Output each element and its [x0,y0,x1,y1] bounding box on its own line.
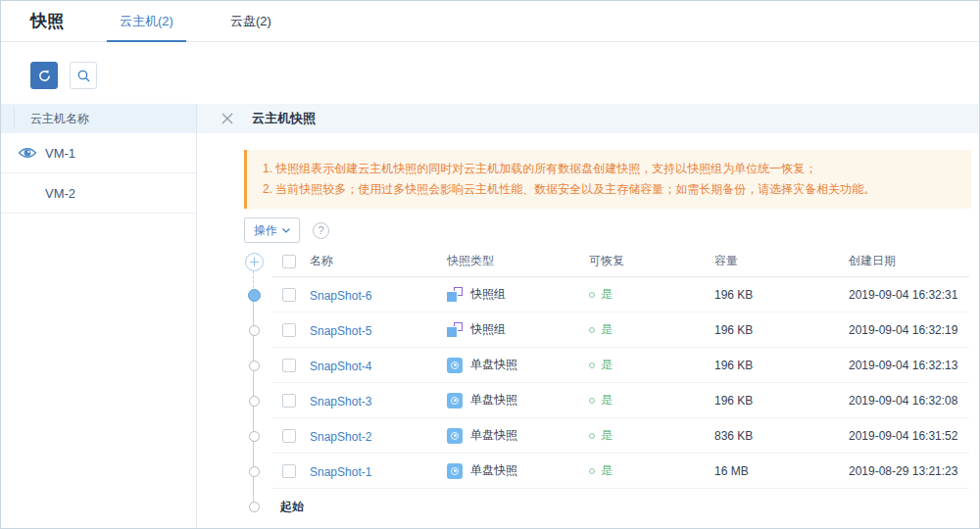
table-row: SnapShot-5 快照组 是 196 KB 2019-09-04 16:32… [236,313,969,348]
recoverable-status-icon [589,433,595,439]
snapshot-type-label: 快照组 [470,286,506,303]
close-icon[interactable] [220,112,234,125]
table-row: SnapShot-6 快照组 是 196 KB 2019-09-04 16:32… [236,277,969,313]
recoverable-status-icon [589,292,595,298]
table-row: SnapShot-1 单盘快照 是 16 MB 2019-08-29 13:21… [236,454,969,489]
created-value: 2019-09-04 16:31:52 [849,429,969,443]
single-disk-snapshot-icon [447,428,463,444]
snapshot-table: 名称 快照类型 可恢复 容量 创建日期 SnapShot-6 快照组 是 [236,246,969,524]
operations-menu-button[interactable]: 操作 [244,217,300,243]
recoverable-label: 是 [601,392,612,409]
row-checkbox[interactable] [282,464,296,478]
timeline-dot [249,396,260,407]
vm-item-label: VM-2 [45,186,75,201]
row-checkbox[interactable] [282,288,296,302]
snapshot-name-link[interactable]: SnapShot-6 [310,289,371,303]
refresh-button[interactable] [30,62,58,89]
panel-header: 云主机快照 [197,104,979,133]
chevron-down-icon [282,228,290,233]
vm-sidebar: 云主机名称 VM-1 VM-2 [1,104,197,528]
size-value: 16 MB [714,464,849,478]
sidebar-header-label: 云主机名称 [30,111,89,127]
recoverable-label: 是 [601,462,612,479]
snapshot-type-label: 单盘快照 [470,357,517,373]
origin-row: 起始 [236,489,969,524]
column-header-name: 名称 [310,253,447,269]
size-value: 836 KB [714,429,849,443]
snapshot-group-icon [447,322,463,338]
snapshot-name-link[interactable]: SnapShot-5 [310,324,371,338]
timeline-dot [249,466,260,477]
snapshot-type-label: 单盘快照 [470,392,517,409]
snapshot-type-label: 单盘快照 [470,427,517,444]
created-value: 2019-09-04 16:32:19 [849,323,969,337]
search-button[interactable] [70,62,97,89]
timeline-origin-dot [249,502,260,512]
table-row: SnapShot-2 单盘快照 是 836 KB 2019-09-04 16:3… [236,418,969,454]
single-disk-snapshot-icon [447,393,463,409]
row-checkbox[interactable] [282,359,296,372]
size-value: 196 KB [714,323,849,337]
recoverable-status-icon [589,327,595,333]
snapshot-page: 快照 云主机(2) 云盘(2) 云主机名称 [0,0,980,529]
sidebar-item-vm-1[interactable]: VM-1 [1,133,196,173]
single-disk-snapshot-icon [447,358,463,373]
size-value: 196 KB [714,288,849,302]
tab-bar: 云主机(2) 云盘(2) [105,1,314,42]
single-disk-snapshot-icon [447,463,463,479]
origin-label: 起始 [280,499,304,515]
snapshot-name-link[interactable]: SnapShot-4 [310,360,371,373]
recoverable-label: 是 [601,427,612,444]
timeline-dot [249,361,260,371]
timeline-dot [248,289,261,302]
snapshot-rows: SnapShot-6 快照组 是 196 KB 2019-09-04 16:32… [236,277,969,489]
page-header: 快照 云主机(2) 云盘(2) [1,1,979,42]
size-value: 196 KB [714,359,849,372]
tab-vm-instances[interactable]: 云主机(2) [105,1,188,42]
page-title: 快照 [30,1,64,41]
timeline-dot [249,431,260,442]
row-checkbox[interactable] [282,394,296,408]
column-header-size: 容量 [714,253,849,269]
created-value: 2019-08-29 13:21:23 [849,464,969,478]
recoverable-status-icon [589,468,595,474]
refresh-icon [37,69,52,83]
notice-box: 1. 快照组表示创建云主机快照的同时对云主机加载的所有数据盘创建快照，支持以快照… [244,150,971,209]
snapshot-type-label: 快照组 [470,321,506,338]
search-icon [76,69,91,83]
column-header-type: 快照类型 [447,253,589,269]
table-row: SnapShot-3 单盘快照 是 196 KB 2019-09-04 16:3… [236,383,969,418]
notice-line: 2. 当前快照较多；使用过多快照会影响云主机性能、数据安全以及主存储容量；如需长… [263,179,956,200]
row-checkbox[interactable] [282,323,296,337]
table-row: SnapShot-4 单盘快照 是 196 KB 2019-09-04 16:3… [236,348,969,383]
sidebar-header: 云主机名称 [1,104,196,133]
help-icon[interactable]: ? [313,222,329,239]
sidebar-item-vm-2[interactable]: VM-2 [1,173,196,214]
created-value: 2019-09-04 16:32:31 [849,288,969,302]
created-value: 2019-09-04 16:32:13 [849,359,969,372]
snapshot-name-link[interactable]: SnapShot-2 [310,430,371,444]
created-value: 2019-09-04 16:32:08 [849,394,969,408]
vm-item-label: VM-1 [45,146,75,161]
snapshot-name-link[interactable]: SnapShot-3 [310,395,371,409]
tab-volumes[interactable]: 云盘(2) [216,1,286,42]
timeline-dot [249,325,260,336]
recoverable-status-icon [589,398,595,404]
panel-title: 云主机快照 [252,110,316,127]
recoverable-label: 是 [601,321,612,338]
plus-icon[interactable] [245,253,264,271]
operations-menu-label: 操作 [254,222,277,239]
select-all-checkbox[interactable] [282,255,296,268]
table-header-row: 名称 快照类型 可恢复 容量 创建日期 [236,246,969,277]
column-header-recoverable: 可恢复 [589,253,714,269]
notice-line: 1. 快照组表示创建云主机快照的同时对云主机加载的所有数据盘创建快照，支持以快照… [263,159,956,179]
size-value: 196 KB [714,394,849,408]
row-checkbox[interactable] [282,429,296,443]
snapshot-name-link[interactable]: SnapShot-1 [310,465,371,479]
recoverable-label: 是 [601,357,612,373]
eye-icon [18,146,37,160]
column-header-created: 创建日期 [849,253,969,269]
recoverable-status-icon [589,362,595,368]
snapshot-type-label: 单盘快照 [470,462,517,479]
recoverable-label: 是 [601,286,612,303]
